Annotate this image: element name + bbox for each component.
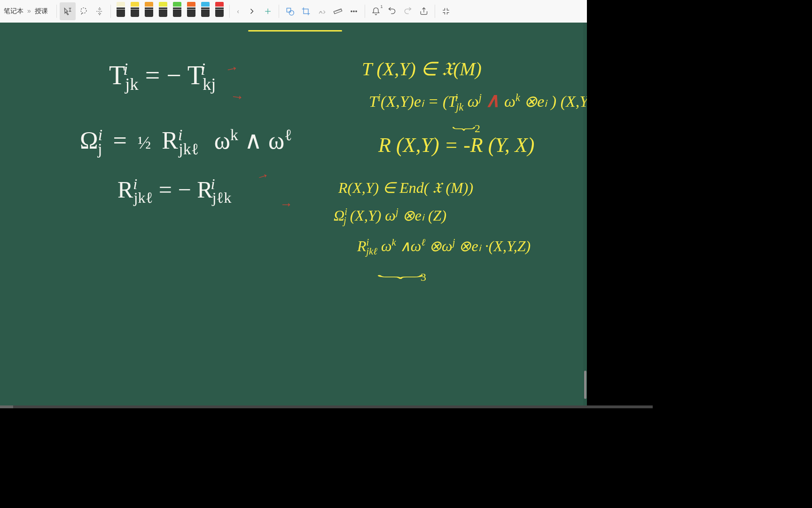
equation-torsion-antisym: Tijk = − Tikj [109, 59, 216, 94]
highlighter-cyan[interactable] [198, 2, 212, 21]
equation-curvature-antisym: R (X,Y) = -R (Y, X) [378, 133, 534, 157]
divider [365, 5, 365, 18]
svg-rect-3 [334, 9, 342, 14]
highlighter-green[interactable] [170, 2, 184, 21]
equation-torsion-component: Ti(X,Y)eᵢ = (Tijk ωj ∧ ωk ⊗eᵢ ) (X,Y) [369, 88, 587, 113]
text-cursor-tool[interactable] [60, 2, 76, 20]
equation-torsion-field: T (X,Y) ∈ 𝔛(M) [362, 58, 482, 80]
highlighter-palette [114, 2, 226, 21]
breadcrumb-notebook[interactable]: 笔记本 [4, 7, 23, 15]
red-arrow-1: → [223, 59, 240, 77]
svg-point-4 [351, 11, 352, 12]
vertical-scrollbar[interactable] [583, 23, 587, 408]
breadcrumb[interactable]: 笔记本 » 授课 [2, 7, 54, 16]
equation-omega-xyz: Ωij (X,Y) ωj ⊗eᵢ (Z) [334, 206, 446, 226]
equation-riemann-tensor-full: Rijkℓ ωk ∧ωℓ ⊗ωj ⊗eᵢ ·(X,Y,Z) [357, 237, 531, 257]
svg-point-0 [81, 8, 86, 14]
divider [110, 5, 111, 18]
lasso-tool[interactable] [76, 2, 92, 20]
notifications-button[interactable]: 1 [368, 2, 384, 20]
toolbar: 笔记本 » 授课 ‹ [0, 0, 653, 23]
highlighter-red[interactable] [212, 2, 226, 21]
divider [229, 5, 230, 18]
notification-badge: 1 [381, 4, 383, 9]
brace-3: ⏟ [378, 258, 423, 280]
brace-3-label: 3 [421, 271, 426, 284]
app-window: 笔记本 » 授课 ‹ [0, 0, 653, 408]
crop-tool[interactable] [298, 2, 314, 20]
red-arrow-3: → [254, 167, 272, 185]
divider [279, 5, 279, 18]
svg-point-2 [289, 10, 294, 15]
yellow-underline [248, 30, 342, 32]
equation-curvature-endo: R(X,Y) ∈ End( 𝔛 (M)) [338, 179, 473, 197]
highlighter-white[interactable] [114, 2, 128, 21]
redo-button[interactable] [400, 2, 416, 20]
red-arrow-4: → [280, 197, 293, 212]
highlighter-amber[interactable] [142, 2, 156, 21]
fullscreen-exit-button[interactable] [438, 2, 454, 20]
equation-riemann-antisym: Rijkℓ = − Rijℓk [117, 175, 231, 206]
red-arrow-2: → [229, 87, 245, 105]
breadcrumb-page[interactable]: 授课 [35, 7, 48, 15]
prev-page-button[interactable]: ‹ [233, 2, 244, 20]
brace-2-label: 2 [475, 122, 480, 135]
shapes-tool[interactable] [282, 2, 298, 20]
brace-2: ⏟ [453, 110, 475, 132]
equation-curvature-form: Ωij = ½ Rijkℓ ωk ∧ ωℓ [80, 126, 292, 158]
letterbox-right [587, 0, 653, 408]
bottom-progress-bar[interactable] [0, 405, 653, 408]
breadcrumb-separator: » [27, 7, 31, 15]
svg-rect-1 [287, 8, 290, 12]
svg-point-6 [355, 11, 357, 12]
ruler-tool[interactable] [330, 2, 346, 20]
divider [435, 5, 435, 18]
add-page-button[interactable] [260, 2, 276, 20]
canvas[interactable]: Tijk = − Tikj → → Ωij = ½ Rijkℓ ωk ∧ ωℓ … [0, 23, 587, 408]
insert-space-tool[interactable] [92, 2, 108, 20]
highlighter-yellow[interactable] [128, 2, 142, 21]
highlighter-lime[interactable] [156, 2, 170, 21]
divider [56, 5, 57, 18]
ink-to-text-tool[interactable] [314, 2, 330, 20]
undo-button[interactable] [384, 2, 400, 20]
scrollbar-thumb[interactable] [584, 371, 586, 399]
svg-point-5 [353, 11, 354, 12]
red-wedge: ∧ [485, 89, 500, 111]
highlighter-orange[interactable] [184, 2, 198, 21]
next-page-button[interactable] [244, 2, 260, 20]
more-options-button[interactable] [346, 2, 362, 20]
share-button[interactable] [416, 2, 432, 20]
